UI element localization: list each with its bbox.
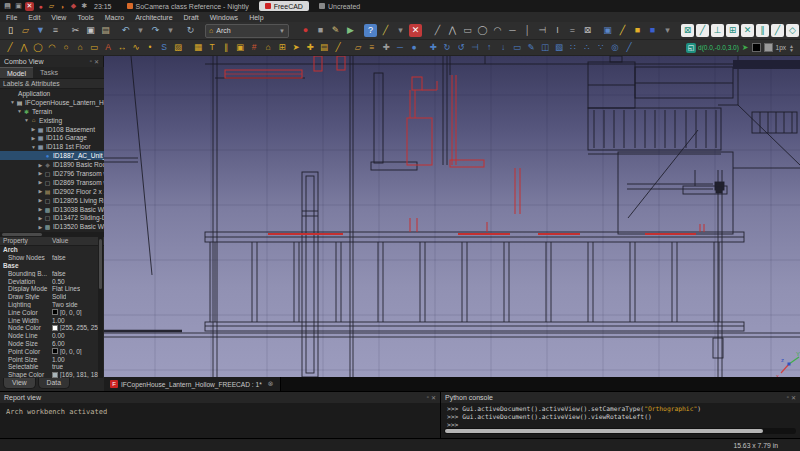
paste-icon[interactable]: ▤ xyxy=(99,24,112,37)
collapsed-arrow-icon[interactable]: ▶ xyxy=(37,188,44,194)
undo-dropdown-icon[interactable]: ▾ xyxy=(134,24,147,37)
tree-item[interactable]: ▶▦ID108 Basement xyxy=(0,125,104,134)
float-panel-icon[interactable]: ▫ xyxy=(427,394,429,401)
sketch-polyline-icon[interactable]: ⋀ xyxy=(446,24,459,37)
draft-text-icon[interactable]: A xyxy=(102,42,114,54)
draft-dimension-icon[interactable]: ↔ xyxy=(116,42,128,54)
line-width-spinner[interactable]: ▲▼ xyxy=(789,44,794,52)
open-file-icon[interactable]: ▱ xyxy=(19,24,32,37)
tree-item[interactable]: ▶▦ID116 Garage xyxy=(0,133,104,142)
redo-dropdown-icon[interactable]: ▾ xyxy=(164,24,177,37)
draft-construction-icon[interactable]: ╱ xyxy=(623,42,635,54)
close-panel-icon[interactable]: ✕ xyxy=(791,394,796,401)
shield-icon[interactable]: ◆ xyxy=(69,2,78,11)
draft-pen-icon[interactable]: ╱ xyxy=(379,24,392,37)
property-row[interactable]: Node Size6.00 xyxy=(0,340,104,348)
document-tab[interactable]: F IFCopenHouse_Lantern_Hollow_FREECAD : … xyxy=(104,377,281,391)
tab-view[interactable]: View xyxy=(3,378,36,389)
draft-circle-icon[interactable]: ◯ xyxy=(32,42,44,54)
3d-viewport[interactable]: Y x z xyxy=(104,56,800,377)
constraint-vertical-icon[interactable]: │ xyxy=(521,24,534,37)
draft-scale-icon[interactable]: ▭ xyxy=(511,42,523,54)
tree-item[interactable]: ▼▦ID118 1st Floor xyxy=(0,142,104,151)
new-file-icon[interactable]: ▯ xyxy=(4,24,17,37)
tree-item[interactable]: Application xyxy=(0,89,104,98)
tree-item[interactable]: ▶▩ID13520 Basic Wall... xyxy=(0,222,104,231)
property-row[interactable]: LightingTwo side xyxy=(0,301,104,309)
arch-remove-icon[interactable]: ─ xyxy=(394,42,406,54)
snap-toggle-icon[interactable]: ➤ xyxy=(742,43,749,52)
constraint-distance-icon[interactable]: ⊣ xyxy=(536,24,549,37)
menu-tools[interactable]: Tools xyxy=(77,14,93,21)
expanded-arrow-icon[interactable]: ▼ xyxy=(30,144,37,150)
sketch-line-icon[interactable]: ╱ xyxy=(431,24,444,37)
property-row[interactable]: Deviation0.50 xyxy=(0,277,104,285)
macro-edit-icon[interactable]: ✎ xyxy=(329,24,342,37)
tree-item[interactable]: ●ID1887_AC_Unit_AC... xyxy=(0,151,104,160)
arch-curtainwall-icon[interactable]: ⊞ xyxy=(276,42,288,54)
snap-endpoint-icon[interactable]: ╱ xyxy=(696,24,709,37)
tree-item[interactable]: ▶▢ID2796 Transom wit... xyxy=(0,169,104,178)
python-console-input[interactable]: >>> Gui.activeDocument().activeView().se… xyxy=(447,405,701,429)
window-grid-icon[interactable]: ▤ xyxy=(3,2,12,11)
property-row[interactable]: Display ModeFlat Lines xyxy=(0,285,104,293)
constraint-vdistance-icon[interactable]: I xyxy=(551,24,564,37)
arch-frame-icon[interactable]: ▤ xyxy=(318,42,330,54)
arch-pipe-icon[interactable]: ➤ xyxy=(290,42,302,54)
line-width-value[interactable]: 1px xyxy=(776,44,786,51)
property-row[interactable]: Arch xyxy=(0,246,104,254)
console-horizontal-scrollbar[interactable] xyxy=(444,428,796,434)
arch-component-icon[interactable]: ▱ xyxy=(352,42,364,54)
draft-offset-icon[interactable]: ↺ xyxy=(455,42,467,54)
draft-polygon-icon[interactable]: ⌂ xyxy=(74,42,86,54)
draft-array-icon[interactable]: ∷ xyxy=(567,42,579,54)
draft-line-icon[interactable]: ╱ xyxy=(4,42,16,54)
macro-stop-icon[interactable]: ■ xyxy=(314,24,327,37)
collapsed-arrow-icon[interactable]: ▶ xyxy=(37,206,44,212)
workbench-selector[interactable]: ⌂Arch▼ xyxy=(205,24,289,38)
expanded-arrow-icon[interactable]: ▼ xyxy=(9,99,16,105)
constraint-lock-icon[interactable]: ⊠ xyxy=(581,24,594,37)
close-panel-icon[interactable]: ✕ xyxy=(94,58,99,65)
redo-icon[interactable]: ↷ xyxy=(149,24,162,37)
draft-downgrade-icon[interactable]: ↓ xyxy=(497,42,509,54)
menu-help[interactable]: Help xyxy=(249,14,263,21)
copy-icon[interactable]: ▣ xyxy=(84,24,97,37)
constraint-equal-icon[interactable]: = xyxy=(566,24,579,37)
draft-hatch-icon[interactable]: ▨ xyxy=(172,42,184,54)
menu-edit[interactable]: Edit xyxy=(28,14,40,21)
macro-play-icon[interactable]: ▶ xyxy=(344,24,357,37)
tree-item[interactable]: ▼▤IFCopenHouse_Lantern_Hollow_I xyxy=(0,98,104,107)
abort-icon[interactable]: ✕ xyxy=(409,24,422,37)
collapsed-arrow-icon[interactable]: ▶ xyxy=(37,170,44,176)
float-panel-icon[interactable]: ▫ xyxy=(787,394,789,401)
collapsed-arrow-icon[interactable]: ▶ xyxy=(37,179,44,185)
line-color-swatch[interactable] xyxy=(752,43,761,52)
draft-arc-icon[interactable]: ◠ xyxy=(46,42,58,54)
tree-item[interactable]: ▼⌂Existing xyxy=(0,116,104,125)
image-plane-icon[interactable]: ▣ xyxy=(601,24,614,37)
float-panel-icon[interactable]: ▫ xyxy=(90,58,92,65)
property-vertical-scrollbar[interactable] xyxy=(98,237,103,378)
draft-clone-icon[interactable]: ◎ xyxy=(609,42,621,54)
taskbar-window-button[interactable]: FreeCAD xyxy=(259,1,309,11)
working-plane-button[interactable]: ◱ d(0.0,-0.0,3.0) xyxy=(686,43,739,53)
tree-item[interactable]: ▶▢ID12805 Living Roo... xyxy=(0,196,104,205)
arch-section-plane-icon[interactable]: ╱ xyxy=(332,42,344,54)
draft-rectangle-icon[interactable]: ▭ xyxy=(88,42,100,54)
snap-lock-icon[interactable]: ⊠ xyxy=(681,24,694,37)
refresh-icon[interactable]: ↻ xyxy=(184,24,197,37)
pen-dropdown-icon[interactable]: ▾ xyxy=(394,24,407,37)
menu-windows[interactable]: Windows xyxy=(210,14,238,21)
property-row[interactable]: Line Color[0, 0, 0] xyxy=(0,308,104,316)
expanded-arrow-icon[interactable]: ▼ xyxy=(23,117,30,123)
draft-upgrade-icon[interactable]: ↑ xyxy=(483,42,495,54)
tree-item[interactable]: ▼✱Terrain xyxy=(0,107,104,116)
folder-icon[interactable]: ▱ xyxy=(47,2,56,11)
arch-rebar-icon[interactable]: ∥ xyxy=(220,42,232,54)
draft-patharray-icon[interactable]: ∴ xyxy=(581,42,593,54)
taskbar-window-button[interactable]: Uncreated xyxy=(313,1,366,11)
menu-macro[interactable]: Macro xyxy=(105,14,124,21)
tab-data[interactable]: Data xyxy=(38,378,70,389)
collapsed-arrow-icon[interactable]: ▶ xyxy=(37,215,44,221)
